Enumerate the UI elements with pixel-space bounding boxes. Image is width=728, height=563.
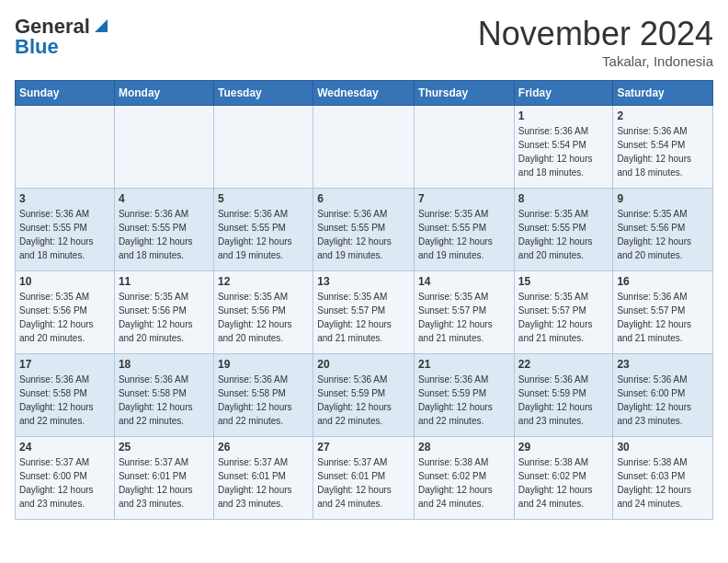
day-number: 9 xyxy=(617,192,709,205)
col-sunday: Sunday xyxy=(16,81,115,106)
day-number: 19 xyxy=(218,358,309,371)
table-row xyxy=(213,106,313,189)
day-info: Sunrise: 5:36 AM Sunset: 5:54 PM Dayligh… xyxy=(617,124,709,179)
day-info: Sunrise: 5:37 AM Sunset: 6:00 PM Dayligh… xyxy=(19,455,110,511)
calendar-row: 24Sunrise: 5:37 AM Sunset: 6:00 PM Dayli… xyxy=(16,437,713,520)
table-row xyxy=(313,106,415,189)
calendar-row: 10Sunrise: 5:35 AM Sunset: 5:56 PM Dayli… xyxy=(16,271,713,354)
day-info: Sunrise: 5:36 AM Sunset: 5:55 PM Dayligh… xyxy=(218,207,309,262)
table-row: 11Sunrise: 5:35 AM Sunset: 5:56 PM Dayli… xyxy=(114,271,213,354)
day-info: Sunrise: 5:37 AM Sunset: 6:01 PM Dayligh… xyxy=(218,455,309,511)
day-number: 21 xyxy=(418,358,510,371)
table-row: 3Sunrise: 5:36 AM Sunset: 5:55 PM Daylig… xyxy=(16,189,115,271)
location: Takalar, Indonesia xyxy=(478,53,713,69)
table-row: 8Sunrise: 5:35 AM Sunset: 5:55 PM Daylig… xyxy=(514,189,613,271)
day-info: Sunrise: 5:36 AM Sunset: 5:59 PM Dayligh… xyxy=(418,373,510,428)
title-section: November 2024 Takalar, Indonesia xyxy=(478,15,713,69)
table-row: 2Sunrise: 5:36 AM Sunset: 5:54 PM Daylig… xyxy=(613,106,713,189)
day-info: Sunrise: 5:36 AM Sunset: 5:55 PM Dayligh… xyxy=(317,207,410,262)
table-row: 15Sunrise: 5:35 AM Sunset: 5:57 PM Dayli… xyxy=(514,271,613,354)
svg-marker-0 xyxy=(95,19,108,32)
table-row: 22Sunrise: 5:36 AM Sunset: 5:59 PM Dayli… xyxy=(514,354,613,437)
col-thursday: Thursday xyxy=(415,81,515,106)
table-row: 20Sunrise: 5:36 AM Sunset: 5:59 PM Dayli… xyxy=(313,354,415,437)
col-wednesday: Wednesday xyxy=(313,81,415,106)
logo-triangle-icon xyxy=(91,16,109,34)
calendar-row: 17Sunrise: 5:36 AM Sunset: 5:58 PM Dayli… xyxy=(16,354,713,437)
table-row: 23Sunrise: 5:36 AM Sunset: 6:00 PM Dayli… xyxy=(613,354,713,437)
day-number: 13 xyxy=(317,275,410,288)
day-info: Sunrise: 5:36 AM Sunset: 5:57 PM Dayligh… xyxy=(617,290,709,345)
day-info: Sunrise: 5:37 AM Sunset: 6:01 PM Dayligh… xyxy=(317,455,410,511)
table-row: 10Sunrise: 5:35 AM Sunset: 5:56 PM Dayli… xyxy=(16,271,115,354)
calendar-row: 1Sunrise: 5:36 AM Sunset: 5:54 PM Daylig… xyxy=(16,106,713,189)
day-number: 11 xyxy=(119,275,210,288)
col-saturday: Saturday xyxy=(613,81,713,106)
col-tuesday: Tuesday xyxy=(213,81,313,106)
table-row xyxy=(415,106,515,189)
day-number: 4 xyxy=(119,192,210,205)
day-info: Sunrise: 5:35 AM Sunset: 5:56 PM Dayligh… xyxy=(19,290,110,345)
table-row: 6Sunrise: 5:36 AM Sunset: 5:55 PM Daylig… xyxy=(313,189,415,271)
day-number: 12 xyxy=(218,275,309,288)
day-number: 15 xyxy=(518,275,609,288)
day-info: Sunrise: 5:38 AM Sunset: 6:02 PM Dayligh… xyxy=(518,455,609,511)
day-number: 25 xyxy=(119,441,210,454)
day-info: Sunrise: 5:37 AM Sunset: 6:01 PM Dayligh… xyxy=(119,455,210,511)
day-number: 6 xyxy=(317,192,410,205)
day-number: 17 xyxy=(19,358,110,371)
day-info: Sunrise: 5:36 AM Sunset: 5:59 PM Dayligh… xyxy=(518,373,609,428)
day-info: Sunrise: 5:38 AM Sunset: 6:02 PM Dayligh… xyxy=(418,455,510,511)
table-row: 24Sunrise: 5:37 AM Sunset: 6:00 PM Dayli… xyxy=(16,437,115,520)
day-info: Sunrise: 5:35 AM Sunset: 5:56 PM Dayligh… xyxy=(119,290,210,345)
day-number: 10 xyxy=(19,275,110,288)
table-row: 25Sunrise: 5:37 AM Sunset: 6:01 PM Dayli… xyxy=(114,437,213,520)
day-info: Sunrise: 5:38 AM Sunset: 6:03 PM Dayligh… xyxy=(617,455,709,511)
day-number: 18 xyxy=(119,358,210,371)
day-number: 24 xyxy=(19,441,110,454)
logo: General Blue xyxy=(15,15,109,59)
calendar-row: 3Sunrise: 5:36 AM Sunset: 5:55 PM Daylig… xyxy=(16,189,713,271)
table-row: 9Sunrise: 5:35 AM Sunset: 5:56 PM Daylig… xyxy=(613,189,713,271)
table-row: 28Sunrise: 5:38 AM Sunset: 6:02 PM Dayli… xyxy=(415,437,515,520)
day-info: Sunrise: 5:36 AM Sunset: 5:59 PM Dayligh… xyxy=(317,373,410,428)
table-row: 16Sunrise: 5:36 AM Sunset: 5:57 PM Dayli… xyxy=(613,271,713,354)
day-number: 2 xyxy=(617,109,709,122)
table-row: 29Sunrise: 5:38 AM Sunset: 6:02 PM Dayli… xyxy=(514,437,613,520)
table-row: 17Sunrise: 5:36 AM Sunset: 5:58 PM Dayli… xyxy=(16,354,115,437)
day-number: 28 xyxy=(418,441,510,454)
day-number: 22 xyxy=(518,358,609,371)
day-info: Sunrise: 5:35 AM Sunset: 5:55 PM Dayligh… xyxy=(518,207,609,262)
day-info: Sunrise: 5:36 AM Sunset: 6:00 PM Dayligh… xyxy=(617,373,709,428)
table-row: 14Sunrise: 5:35 AM Sunset: 5:57 PM Dayli… xyxy=(415,271,515,354)
header: General Blue November 2024 Takalar, Indo… xyxy=(15,15,713,69)
day-number: 29 xyxy=(518,441,609,454)
day-number: 5 xyxy=(218,192,309,205)
day-info: Sunrise: 5:35 AM Sunset: 5:57 PM Dayligh… xyxy=(317,290,410,345)
day-info: Sunrise: 5:36 AM Sunset: 5:54 PM Dayligh… xyxy=(518,124,609,179)
day-number: 14 xyxy=(418,275,510,288)
calendar-table: Sunday Monday Tuesday Wednesday Thursday… xyxy=(15,80,713,520)
day-info: Sunrise: 5:35 AM Sunset: 5:56 PM Dayligh… xyxy=(617,207,709,262)
table-row xyxy=(16,106,115,189)
day-number: 8 xyxy=(518,192,609,205)
calendar-container: General Blue November 2024 Takalar, Indo… xyxy=(0,0,728,527)
table-row: 5Sunrise: 5:36 AM Sunset: 5:55 PM Daylig… xyxy=(213,189,313,271)
day-number: 7 xyxy=(418,192,510,205)
table-row xyxy=(114,106,213,189)
day-number: 26 xyxy=(218,441,309,454)
day-number: 23 xyxy=(617,358,709,371)
header-row: Sunday Monday Tuesday Wednesday Thursday… xyxy=(16,81,713,106)
day-number: 27 xyxy=(317,441,410,454)
day-info: Sunrise: 5:36 AM Sunset: 5:58 PM Dayligh… xyxy=(119,373,210,428)
day-info: Sunrise: 5:36 AM Sunset: 5:55 PM Dayligh… xyxy=(119,207,210,262)
table-row: 21Sunrise: 5:36 AM Sunset: 5:59 PM Dayli… xyxy=(415,354,515,437)
day-number: 3 xyxy=(19,192,110,205)
table-row: 18Sunrise: 5:36 AM Sunset: 5:58 PM Dayli… xyxy=(114,354,213,437)
day-info: Sunrise: 5:36 AM Sunset: 5:55 PM Dayligh… xyxy=(19,207,110,262)
day-number: 20 xyxy=(317,358,410,371)
table-row: 13Sunrise: 5:35 AM Sunset: 5:57 PM Dayli… xyxy=(313,271,415,354)
day-number: 16 xyxy=(617,275,709,288)
month-title: November 2024 xyxy=(478,15,713,53)
table-row: 7Sunrise: 5:35 AM Sunset: 5:55 PM Daylig… xyxy=(415,189,515,271)
